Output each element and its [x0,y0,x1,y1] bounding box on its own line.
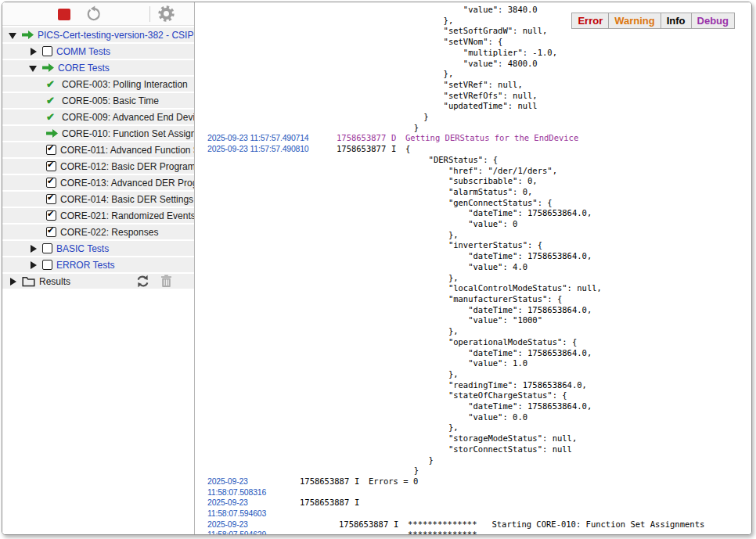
tree-item-label: CORE-010: Function Set Assignmen [62,128,194,139]
tree-item-label: CORE-011: Advanced Function Set [60,145,194,156]
stop-square-icon[interactable] [58,9,70,20]
tree-item-core-022-responses[interactable]: CORE-022: Responses [2,225,194,239]
tree-item-label: ERROR Tests [56,260,114,271]
app-window: PICS-Cert-testing-version-382 - CSIP CeC… [0,0,756,539]
filter-button-debug[interactable]: Debug [691,13,735,29]
log-continuation-line: "value": 4.0 [196,262,751,273]
log-continuation-line: "DERStatus": { [196,155,751,166]
tree-item-label: BASIC Tests [56,243,109,254]
folder-icon [22,276,35,287]
tree-item-label: CORE-013: Advanced DER Program [60,178,194,189]
tree-item-label: CORE Tests [58,63,110,74]
tree-item-core-021-randomized-events[interactable]: CORE-021: Randomized Events [2,208,194,223]
chevron-right-icon[interactable] [9,277,17,286]
chevron-right-icon[interactable] [29,244,38,253]
log-entry: 2025-09-23 11:57:57.4907141758653877DGet… [196,133,751,144]
log-continuation-line: }, [196,230,751,241]
log-continuation-line: "dateTime": 1758653864.0, [196,251,751,262]
test-checkbox-checked[interactable] [46,145,56,155]
log-level-letter: I [391,144,401,155]
tree-item-results[interactable]: Results [2,274,194,289]
log-level-letter: D [391,133,401,144]
log-entry: 2025-09-23 11:58:07.5083161758653887IErr… [196,476,751,498]
log-continuation-line: "dateTime": 1758653864.0, [196,208,751,219]
chevron-right-icon[interactable] [29,47,38,56]
tree-item-core-003-polling-interaction[interactable]: ✔CORE-003: Polling Interaction [2,77,194,92]
tree-item-label: PICS-Cert-testing-version-382 - CSIP Ce [38,30,194,41]
test-checkbox-checked[interactable] [46,161,56,171]
tree-item-label: COMM Tests [56,46,110,57]
log-continuation-line: } [196,112,751,123]
log-continuation-line: "alarmStatus": 0, [196,187,751,198]
log-continuation-line: }, [196,273,751,284]
test-checkbox[interactable] [42,46,52,56]
log-level-letter: I [355,498,364,508]
tree-item-error-tests[interactable]: ERROR Tests [2,257,194,272]
tree-item-comm-tests[interactable]: COMM Tests [2,44,194,59]
tree-item-basic-tests[interactable]: BASIC Tests [2,241,194,256]
test-checkbox-checked[interactable] [46,194,56,204]
log-timestamp: 2025-09-23 11:58:07.594629 [207,519,300,534]
running-arrow-icon [46,129,58,138]
refresh-icon[interactable] [85,5,103,23]
tree-item-label: CORE-014: Basic DER Settings (Pov [60,194,194,205]
passed-check-icon: ✔ [46,78,58,90]
tree-item-label: CORE-012: Basic DER Program/Cor [60,161,194,172]
tree-item-core-012-basic-der-program-cor[interactable]: CORE-012: Basic DER Program/Cor [2,159,194,174]
log-message: ************** Starting CORE-010: Functi… [408,519,704,534]
log-continuation-line: "value": "1000" [196,315,751,326]
log-entry: 2025-09-23 11:58:07.5946031758653887I [196,498,751,519]
trash-icon[interactable] [160,275,172,288]
tree-item-core-014-basic-der-settings-pov[interactable]: CORE-014: Basic DER Settings (Pov [2,192,194,207]
tree-item-label: CORE-009: Advanced End Device [62,112,194,123]
tree-item-core-013-advanced-der-program[interactable]: CORE-013: Advanced DER Program [2,175,194,190]
log-message: Errors = 0 [369,476,418,487]
log-continuation-line: } [196,123,751,134]
chevron-down-icon[interactable] [9,31,17,39]
log-continuation-line: } [196,465,751,476]
test-tree: PICS-Cert-testing-version-382 - CSIP CeC… [2,26,194,289]
log-continuation-line: "localControlModeStatus": null, [196,283,751,294]
log-continuation-line: "value": 4800.0 [196,59,751,70]
chevron-right-icon[interactable] [29,261,38,269]
filter-button-info[interactable]: Info [661,13,692,29]
log-message: { [405,144,410,155]
log-timestamp: 2025-09-23 11:57:57.490714 [207,133,337,144]
tree-item-core-010-function-set-assignmen[interactable]: CORE-010: Function Set Assignmen [2,126,194,141]
tree-item-label: Results [39,276,70,287]
log-continuation-line: "storageModeStatus": null, [196,433,751,444]
log-continuation-line: "dateTime": 1758653864.0, [196,348,751,359]
log-continuation-line: "subscribable": 0, [196,176,751,187]
test-checkbox[interactable] [42,260,52,270]
filter-button-error[interactable]: Error [571,13,609,29]
test-checkbox-checked[interactable] [46,210,56,221]
tree-item-core-005-basic-time[interactable]: ✔CORE-005: Basic Time [2,93,194,108]
tree-item-core-tests[interactable]: CORE Tests [2,60,194,75]
results-actions [135,275,194,288]
log-continuation-line: "setVRefOfs": null, [196,91,751,102]
chevron-down-icon[interactable] [29,63,38,72]
results-refresh-icon[interactable] [135,275,150,288]
filter-button-warning[interactable]: Warning [608,13,661,29]
log-continuation-line: }, [196,422,751,433]
log-continuation-line: "readingTime": 1758653864.0, [196,380,751,391]
test-checkbox[interactable] [42,243,52,253]
tree-item-core-009-advanced-end-device[interactable]: ✔CORE-009: Advanced End Device [2,110,194,124]
gear-icon[interactable] [158,5,175,22]
log-level-letter: I [355,476,364,487]
tree-item-label: CORE-003: Polling Interaction [62,79,188,90]
tree-item-label: CORE-005: Basic Time [62,95,159,106]
log-continuation-line: "dateTime": 1758653864.0, [196,305,751,316]
test-checkbox-checked[interactable] [46,227,56,237]
tree-item-core-011-advanced-function-set[interactable]: CORE-011: Advanced Function Set [2,142,194,157]
log-continuation-line: "value": 0.0 [196,412,751,423]
log-continuation-line: }, [196,326,751,337]
log-entry: 2025-09-23 11:57:57.4908101758653877I{ [196,144,751,155]
log-timestamp: 2025-09-23 11:58:07.594603 [207,498,300,519]
log-continuation-line: "stateOfChargeStatus": { [196,390,751,401]
tree-item-pics-cert-testing-version-382-csip[interactable]: PICS-Cert-testing-version-382 - CSIP Ce [2,27,194,42]
test-checkbox-checked[interactable] [46,178,56,188]
log-continuation-line: "setVNom": { [196,37,751,48]
test-tree-sidebar: PICS-Cert-testing-version-382 - CSIP CeC… [2,2,195,534]
log-epoch: 1758653887 [300,498,350,508]
